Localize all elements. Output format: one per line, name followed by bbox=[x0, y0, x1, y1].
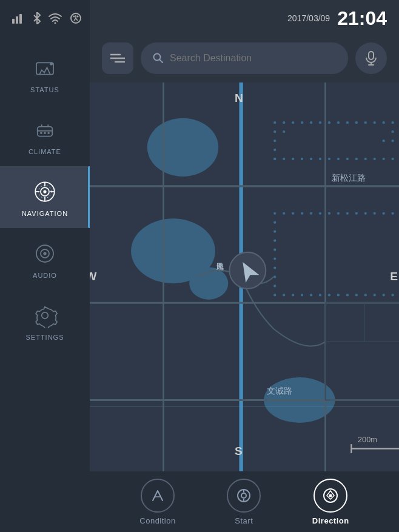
status-icons bbox=[12, 12, 82, 24]
svg-rect-106 bbox=[273, 248, 276, 251]
svg-rect-129 bbox=[392, 294, 394, 296]
svg-rect-50 bbox=[328, 121, 330, 124]
svg-rect-71 bbox=[392, 158, 394, 160]
svg-rect-45 bbox=[283, 121, 285, 124]
direction-button[interactable]: Direction bbox=[312, 479, 349, 525]
svg-rect-35 bbox=[369, 52, 374, 59]
svg-rect-117 bbox=[283, 294, 285, 296]
svg-text:E: E bbox=[390, 270, 398, 283]
start-button[interactable]: Start bbox=[227, 479, 261, 525]
direction-label: Direction bbox=[312, 516, 349, 525]
bluetooth-icon bbox=[33, 12, 41, 24]
bottom-bar: Condition Start bbox=[90, 471, 399, 532]
svg-rect-76 bbox=[346, 158, 349, 160]
svg-point-15 bbox=[40, 132, 42, 135]
search-icon bbox=[153, 53, 164, 64]
sidebar-item-navigation[interactable]: NAVIGATION bbox=[0, 166, 90, 228]
mic-icon bbox=[365, 51, 377, 66]
svg-text:S: S bbox=[235, 445, 243, 457]
svg-rect-84 bbox=[273, 158, 276, 160]
svg-rect-56 bbox=[383, 121, 385, 124]
svg-rect-78 bbox=[328, 158, 330, 160]
svg-rect-110 bbox=[273, 266, 276, 269]
svg-rect-135 bbox=[326, 303, 399, 400]
svg-rect-46 bbox=[292, 121, 294, 124]
svg-rect-63 bbox=[273, 140, 276, 142]
svg-rect-136 bbox=[326, 303, 364, 342]
menu-button[interactable] bbox=[102, 42, 133, 74]
svg-point-5 bbox=[73, 16, 75, 18]
svg-rect-0 bbox=[12, 19, 15, 24]
svg-rect-89 bbox=[310, 212, 312, 215]
svg-rect-44 bbox=[273, 121, 276, 124]
svg-line-34 bbox=[159, 59, 163, 62]
svg-rect-87 bbox=[292, 212, 294, 215]
svg-rect-128 bbox=[383, 294, 385, 296]
sidebar-item-status[interactable]: STATUS bbox=[0, 42, 90, 104]
svg-rect-88 bbox=[301, 212, 303, 215]
condition-button[interactable]: Condition bbox=[139, 479, 175, 525]
sidebar-item-audio[interactable]: AUDIO bbox=[0, 228, 90, 290]
svg-rect-96 bbox=[374, 212, 376, 215]
search-bar bbox=[102, 42, 387, 74]
status-bar: 2017/03/09 21:04 bbox=[0, 0, 399, 36]
direction-icon bbox=[322, 487, 339, 504]
svg-text:W: W bbox=[90, 270, 97, 283]
svg-rect-102 bbox=[273, 231, 276, 233]
svg-point-11 bbox=[50, 62, 53, 65]
svg-rect-52 bbox=[346, 121, 349, 124]
svg-point-3 bbox=[55, 22, 56, 24]
usb-icon bbox=[69, 12, 82, 24]
map-area[interactable]: 新松江路 人民北路 文诚路 N S W E 200m bbox=[90, 82, 399, 471]
svg-rect-127 bbox=[374, 294, 376, 296]
svg-rect-80 bbox=[310, 158, 312, 160]
svg-rect-47 bbox=[301, 121, 303, 124]
svg-rect-137 bbox=[364, 303, 399, 342]
svg-rect-104 bbox=[273, 240, 276, 242]
svg-rect-67 bbox=[273, 149, 276, 151]
svg-rect-114 bbox=[273, 285, 276, 287]
map-canvas: 新松江路 人民北路 文诚路 N S W E 200m bbox=[90, 82, 399, 471]
date-display: 2017/03/09 bbox=[287, 13, 330, 23]
svg-rect-100 bbox=[273, 221, 276, 224]
start-label: Start bbox=[235, 516, 253, 525]
svg-rect-90 bbox=[319, 212, 321, 215]
svg-rect-124 bbox=[346, 294, 349, 296]
map-svg: 新松江路 人民北路 文诚路 N S W E 200m bbox=[90, 82, 399, 471]
svg-rect-65 bbox=[392, 140, 394, 142]
svg-rect-85 bbox=[273, 212, 276, 215]
direction-icon-wrap bbox=[314, 479, 347, 513]
svg-line-8 bbox=[76, 18, 78, 21]
status-icon bbox=[30, 53, 59, 82]
sidebar-item-status-label: STATUS bbox=[30, 86, 59, 93]
svg-rect-79 bbox=[319, 158, 321, 160]
svg-rect-2 bbox=[19, 14, 22, 24]
svg-rect-95 bbox=[364, 212, 367, 215]
svg-rect-118 bbox=[292, 294, 294, 296]
svg-text:新松江路: 新松江路 bbox=[332, 173, 366, 183]
audio-icon bbox=[30, 239, 59, 268]
svg-point-16 bbox=[44, 132, 46, 135]
svg-point-157 bbox=[329, 494, 332, 497]
search-input-wrap[interactable] bbox=[141, 42, 348, 74]
search-input[interactable] bbox=[170, 53, 336, 64]
svg-rect-98 bbox=[392, 212, 394, 215]
sidebar-item-climate[interactable]: CLIMATE bbox=[0, 104, 90, 166]
svg-rect-62 bbox=[392, 130, 394, 133]
svg-rect-73 bbox=[374, 158, 376, 160]
svg-rect-75 bbox=[355, 158, 358, 160]
svg-rect-72 bbox=[383, 158, 385, 160]
mic-button[interactable] bbox=[355, 42, 387, 74]
svg-rect-59 bbox=[273, 130, 276, 133]
sidebar-item-settings[interactable]: SETTINGS bbox=[0, 290, 90, 352]
svg-rect-125 bbox=[355, 294, 358, 296]
condition-icon-wrap bbox=[141, 479, 175, 513]
svg-rect-108 bbox=[273, 257, 276, 260]
svg-rect-92 bbox=[337, 212, 340, 215]
svg-rect-66 bbox=[383, 140, 385, 142]
sidebar-item-climate-label: CLIMATE bbox=[29, 148, 61, 155]
svg-rect-86 bbox=[283, 212, 285, 215]
svg-point-153 bbox=[241, 493, 246, 498]
wifi-icon bbox=[49, 13, 62, 24]
svg-rect-123 bbox=[337, 294, 340, 296]
